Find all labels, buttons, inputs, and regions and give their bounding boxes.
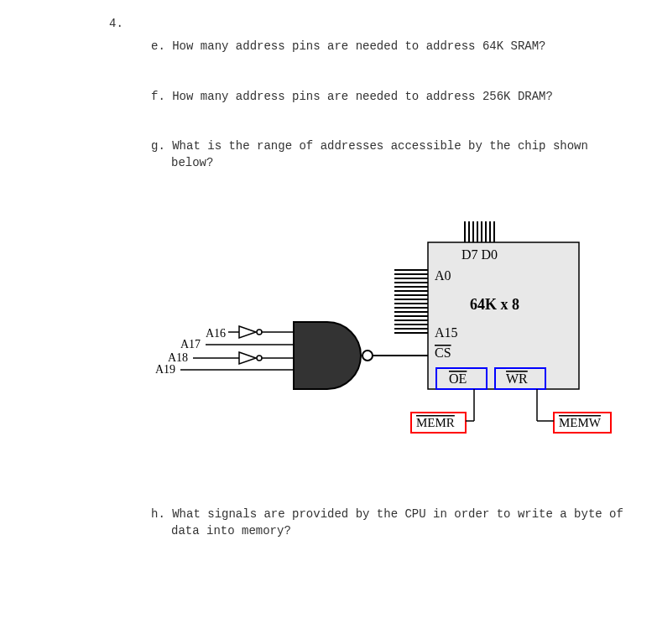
sub-text: How many address pins are needed to addr…	[172, 90, 553, 103]
sub-letter: h.	[151, 507, 165, 521]
sub-question-h: h. What signals are provided by the CPU …	[151, 506, 623, 539]
data-pins-icon	[465, 221, 494, 242]
addr-high-label: A15	[435, 325, 458, 340]
a18-label: A18	[168, 351, 188, 364]
a16-label: A16	[206, 327, 226, 340]
cs-label: CS	[435, 345, 451, 360]
nand-gate-icon	[294, 322, 373, 389]
wr-label: WR	[506, 371, 528, 386]
memw-label: MEMW	[559, 416, 602, 429]
addr-low-label: A0	[435, 268, 451, 283]
sub-text: What is the range of addresses accessibl…	[171, 139, 588, 169]
sub-letter: g.	[151, 139, 165, 153]
sub-letter: f.	[151, 90, 165, 103]
svg-point-31	[257, 356, 262, 361]
data-pins-label: D7 D0	[461, 247, 498, 262]
sub-letter: e.	[151, 39, 165, 53]
inverter-a18-icon	[239, 352, 262, 364]
question-number: 4.	[109, 17, 623, 30]
a17-label: A17	[180, 338, 201, 351]
sub-text: What signals are provided by the CPU in …	[171, 507, 623, 538]
chip-size-label: 64K x 8	[470, 296, 519, 313]
address-bus-icon	[394, 270, 428, 333]
a19-label: A19	[155, 363, 175, 376]
sub-question-e: e. How many address pins are needed to a…	[151, 39, 623, 55]
svg-rect-0	[428, 242, 579, 389]
inverter-a16-icon	[239, 326, 262, 338]
oe-label: OE	[449, 371, 467, 386]
sub-text: How many address pins are needed to addr…	[172, 39, 545, 53]
circuit-diagram: D7 D0 A0 A15 64K x 8 CS OE WR	[117, 205, 623, 473]
sub-question-f: f. How many address pins are needed to a…	[151, 89, 623, 106]
svg-point-25	[362, 351, 373, 361]
sub-question-g: g. What is the range of addresses access…	[151, 138, 623, 171]
memr-label: MEMR	[416, 416, 455, 429]
svg-point-27	[257, 330, 262, 335]
